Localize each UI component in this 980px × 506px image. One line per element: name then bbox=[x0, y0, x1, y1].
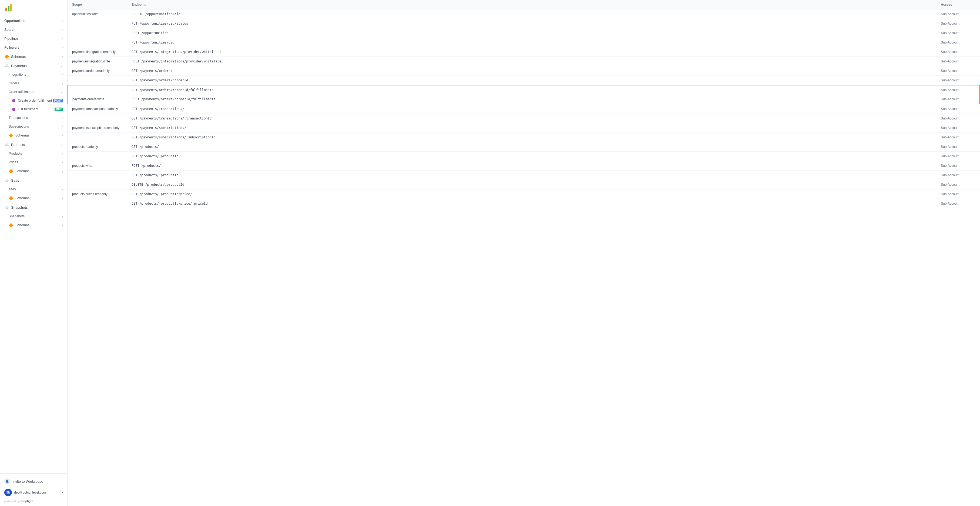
sidebar-item-transactions[interactable]: Transactions › bbox=[0, 113, 67, 122]
snapshots-group-label: Snapshots bbox=[11, 206, 27, 209]
chevron-down-icon: ⌄ bbox=[60, 143, 63, 147]
schemas-saas-label: Schemas bbox=[15, 196, 29, 200]
table-row: payments/orders.readonlyGET /payments/or… bbox=[68, 66, 980, 76]
products-label: Products bbox=[9, 152, 22, 155]
schemas-opp-icon: 🔶 bbox=[4, 54, 9, 59]
schemas-snap-label: Schemas bbox=[15, 223, 29, 227]
scope-cell: products.readonly bbox=[68, 142, 127, 152]
chevron-right-icon: › bbox=[62, 134, 63, 137]
chevron-down-icon: ⌄ bbox=[60, 90, 63, 94]
order-fulfillments-label: Order fulfillments bbox=[9, 90, 34, 94]
sidebar-item-search[interactable]: Search › bbox=[0, 25, 67, 34]
table-row: PUT /products/:productIdSub-Account bbox=[68, 171, 980, 180]
chevron-right-icon: › bbox=[62, 116, 63, 120]
get-badge: GET bbox=[54, 108, 63, 111]
endpoint-cell: GET /products/:productId/price/ bbox=[127, 190, 937, 199]
access-cell: Sub-Account bbox=[937, 142, 980, 152]
saas-label: saas bbox=[9, 187, 16, 191]
schemas-prod-label: Schemas bbox=[15, 169, 29, 173]
access-cell: Sub-Account bbox=[937, 66, 980, 76]
main-content: Scope Endpoint Access opportunities.writ… bbox=[68, 0, 980, 506]
endpoint-cell: GET /products/:productId bbox=[127, 152, 937, 161]
sidebar-item-opportunities[interactable]: Opportunities › bbox=[0, 16, 67, 25]
endpoint-cell: GET /payments/integrations/provider/whit… bbox=[127, 47, 937, 57]
chevron-right-icon: › bbox=[62, 161, 63, 164]
scope-cell bbox=[68, 133, 127, 142]
sidebar-item-schemas-saas[interactable]: 🔶 Schemas › bbox=[0, 193, 67, 203]
scope-column-header: Scope bbox=[68, 0, 127, 10]
endpoint-cell: GET /payments/orders/:orderId bbox=[127, 76, 937, 85]
sidebar-item-products-group[interactable]: ☁️ Products ⌄ bbox=[0, 140, 67, 149]
invite-to-workspace-button[interactable]: 👤 Invite to Workspace bbox=[4, 476, 63, 487]
access-cell: Sub-Account bbox=[937, 152, 980, 161]
account-button[interactable]: ♿ dev@gohighlevel.com › bbox=[4, 487, 63, 498]
snapshots-group-icon: ☁️ bbox=[4, 205, 9, 209]
svg-rect-1 bbox=[8, 6, 10, 11]
access-cell: Sub-Account bbox=[937, 76, 980, 85]
opportunities-label: Opportunities bbox=[4, 19, 25, 23]
sidebar-item-orders[interactable]: Orders › bbox=[0, 79, 67, 88]
svg-rect-0 bbox=[5, 8, 7, 11]
sidebar-item-snapshots-group[interactable]: ☁️ Snapshots ⌄ bbox=[0, 203, 67, 212]
scope-cell bbox=[68, 85, 127, 94]
chevron-right-icon: › bbox=[62, 188, 63, 191]
accessibility-button[interactable]: ♿ bbox=[4, 489, 12, 496]
create-order-label: Create order fulfillment bbox=[18, 99, 52, 102]
endpoint-cell: GET /payments/transactions/:transactionI… bbox=[127, 114, 937, 123]
app-logo-icon bbox=[4, 4, 13, 13]
chevron-right-icon: › bbox=[62, 46, 63, 49]
chevron-down-icon: ⌄ bbox=[60, 64, 63, 67]
chevron-right-icon: › bbox=[62, 215, 63, 218]
access-cell: Sub-Account bbox=[937, 161, 980, 171]
chevron-right-icon: › bbox=[62, 152, 63, 155]
table-row: PUT /opportunities/:idSub-Account bbox=[68, 38, 980, 47]
access-cell: Sub-Account bbox=[937, 123, 980, 133]
scope-cell: payments/orders.write bbox=[68, 94, 127, 104]
sidebar-item-snapshots[interactable]: Snapshots › bbox=[0, 212, 67, 220]
sidebar-item-list-fulfillment[interactable]: 🟣 List fulfillment GET bbox=[0, 105, 67, 113]
chevron-right-icon: › bbox=[62, 125, 63, 128]
endpoint-cell: GET /payments/transactions/ bbox=[127, 104, 937, 114]
integrations-label: Integrations bbox=[9, 73, 26, 77]
sidebar-item-integrations[interactable]: Integrations › bbox=[0, 70, 67, 79]
access-cell: Sub-Account bbox=[937, 47, 980, 57]
sidebar-item-schemas-prod[interactable]: 🔶 Schemas › bbox=[0, 166, 67, 176]
payments-icon: ☁️ bbox=[4, 64, 9, 68]
access-cell: Sub-Account bbox=[937, 133, 980, 142]
table-row: GET /payments/orders/:orderIdSub-Account bbox=[68, 76, 980, 85]
sidebar-item-pipelines[interactable]: Pipelines › bbox=[0, 34, 67, 43]
table-row: payments/orders.writePOST /payments/orde… bbox=[68, 94, 980, 104]
sidebar-item-subscriptions[interactable]: Subscriptions › bbox=[0, 122, 67, 131]
api-scopes-table: Scope Endpoint Access opportunities.writ… bbox=[68, 0, 980, 208]
invite-avatar-icon: 👤 bbox=[4, 479, 10, 484]
chevron-right-icon: › bbox=[62, 28, 63, 31]
schemas-prod-icon: 🔶 bbox=[9, 169, 13, 173]
scope-cell: payments/orders.readonly bbox=[68, 66, 127, 76]
sidebar-item-schemas-snap[interactable]: 🔶 Schemas › bbox=[0, 220, 67, 230]
sidebar-item-create-order-fulfillment[interactable]: 🟣 Create order fulfillment POST bbox=[0, 96, 67, 105]
sidebar-item-products[interactable]: Products › bbox=[0, 149, 67, 158]
table-row: GET /payments/transactions/:transactionI… bbox=[68, 114, 980, 123]
access-cell: Sub-Account bbox=[937, 104, 980, 114]
transactions-label: Transactions bbox=[9, 116, 28, 120]
sidebar-item-schemas-pay[interactable]: 🔶 Schemas › bbox=[0, 131, 67, 140]
scope-cell: payments/integration.readonly bbox=[68, 47, 127, 57]
search-label: Search bbox=[4, 27, 15, 32]
chevron-right-icon: › bbox=[62, 19, 63, 22]
sidebar-item-payments[interactable]: ☁️ Payments ⌄ bbox=[0, 61, 67, 70]
sidebar-item-schemas-opp[interactable]: 🔶 Schemas › bbox=[0, 52, 67, 61]
access-cell: Sub-Account bbox=[937, 10, 980, 19]
access-cell: Sub-Account bbox=[937, 114, 980, 123]
sidebar-item-order-fulfillments[interactable]: Order fulfillments ⌄ bbox=[0, 88, 67, 96]
scope-cell: products.write bbox=[68, 161, 127, 171]
products-group-icon: ☁️ bbox=[4, 142, 9, 147]
subscriptions-label: Subscriptions bbox=[9, 125, 29, 128]
sidebar-item-prices[interactable]: Prices › bbox=[0, 158, 67, 166]
scope-cell bbox=[68, 114, 127, 123]
endpoint-cell: POST /payments/integrations/provider/whi… bbox=[127, 57, 937, 66]
chevron-right-icon: › bbox=[62, 55, 63, 58]
sidebar-item-saas[interactable]: saas › bbox=[0, 185, 67, 193]
sidebar-item-saas-group[interactable]: ☁️ Saas ⌄ bbox=[0, 176, 67, 185]
access-cell: Sub-Account bbox=[937, 190, 980, 199]
sidebar-item-followers[interactable]: Followers › bbox=[0, 43, 67, 52]
